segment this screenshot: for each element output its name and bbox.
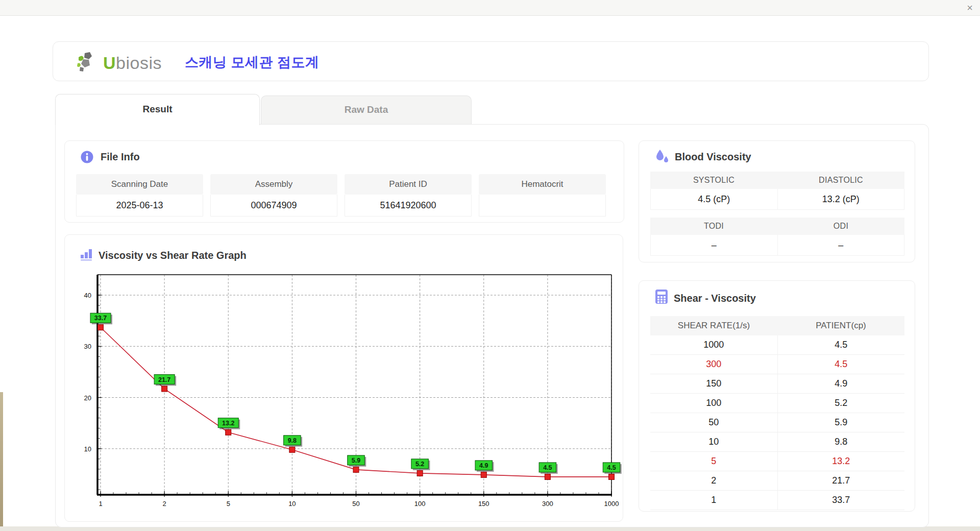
viscosity-chart: 102030401251050100150300100033.721.713.2… — [65, 235, 624, 522]
table-row: 505.9 — [650, 413, 904, 432]
file-info-field-value — [479, 195, 606, 216]
info-icon — [80, 150, 94, 166]
file-info-panel: File Info Scanning Date2025-06-13Assembl… — [64, 140, 624, 223]
droplets-icon — [655, 149, 670, 166]
ubiosis-logo-icon — [76, 50, 99, 76]
blood-viscosity-table-header: SYSTOLICDIASTOLIC — [650, 172, 904, 189]
svg-text:100: 100 — [414, 500, 426, 508]
svg-text:10: 10 — [84, 445, 91, 453]
table-row: 109.8 — [650, 432, 904, 452]
ubiosis-logo: Ubiosis — [76, 50, 162, 76]
svg-text:4.9: 4.9 — [479, 462, 488, 469]
file-info-field: Patient ID51641920600 — [345, 174, 472, 216]
shear-viscosity-title: Shear - Viscosity — [674, 293, 756, 304]
svg-text:5: 5 — [227, 500, 230, 508]
file-info-field-label: Scanning Date — [76, 174, 203, 195]
table-row: 221.7 — [650, 471, 904, 491]
svg-text:150: 150 — [478, 500, 489, 508]
blood-viscosity-table: SYSTOLICDIASTOLIC4.5 (cP)13.2 (cP) — [650, 172, 904, 210]
table-row: 1005.2 — [650, 394, 904, 413]
cell-shear-rate: 10 — [650, 432, 777, 451]
cell-patient-viscosity: 4.9 — [777, 374, 905, 393]
cell-shear-rate: 300 — [650, 355, 777, 374]
cell-shear-rate: 5 — [650, 452, 777, 471]
column-header-patient: PATIENT(cp) — [777, 316, 904, 335]
blood-viscosity-title: Blood Viscosity — [675, 151, 751, 163]
svg-text:2: 2 — [163, 500, 166, 508]
cell-shear-rate: 1000 — [650, 335, 777, 354]
tab-raw-data[interactable]: Raw Data — [261, 95, 472, 124]
svg-text:4.5: 4.5 — [607, 464, 616, 471]
svg-text:1: 1 — [99, 500, 102, 508]
blood-viscosity-table-values: –– — [650, 235, 904, 256]
svg-text:20: 20 — [84, 394, 91, 402]
metric-header: SYSTOLIC — [650, 172, 777, 189]
cell-shear-rate: 2 — [650, 471, 777, 490]
ubiosis-logo-text: Ubiosis — [103, 53, 162, 73]
metric-header: TODI — [650, 218, 777, 235]
desktop-edge-left — [0, 392, 3, 531]
blood-viscosity-table-values: 4.5 (cP)13.2 (cP) — [650, 189, 904, 210]
shear-viscosity-panel: Shear - Viscosity SHEAR RATE(1/s) PATIEN… — [639, 280, 915, 512]
app-window: × Ubiosis 스캐닝 모세관 점도계 Result Raw Data — [0, 0, 980, 531]
file-info-field-value: 000674909 — [210, 195, 337, 216]
close-icon[interactable]: × — [967, 2, 973, 14]
file-info-title: File Info — [101, 151, 140, 163]
cell-shear-rate: 1 — [650, 491, 777, 510]
svg-text:9.8: 9.8 — [288, 437, 297, 444]
svg-text:5.9: 5.9 — [352, 457, 360, 464]
svg-text:21.7: 21.7 — [158, 376, 170, 383]
svg-text:300: 300 — [542, 500, 553, 508]
tab-result[interactable]: Result — [55, 94, 260, 125]
file-info-field-label: Patient ID — [345, 174, 472, 195]
file-info-field-value: 2025-06-13 — [76, 195, 203, 216]
svg-text:40: 40 — [84, 292, 91, 299]
cell-patient-viscosity: 5.9 — [777, 413, 905, 432]
cell-patient-viscosity: 4.5 — [777, 355, 905, 374]
shear-viscosity-table: SHEAR RATE(1/s) PATIENT(cp) 10004.53004.… — [650, 316, 904, 510]
svg-text:33.7: 33.7 — [94, 315, 107, 322]
file-info-fields: Scanning Date2025-06-13Assembly000674909… — [76, 174, 606, 216]
table-row: 10004.5 — [650, 335, 904, 355]
metric-value: 4.5 (cP) — [650, 189, 778, 210]
calculator-icon — [654, 289, 669, 306]
file-info-field-value: 51641920600 — [345, 195, 472, 216]
file-info-field-label: Hematocrit — [479, 174, 606, 195]
svg-text:1000: 1000 — [604, 500, 619, 508]
cell-patient-viscosity: 5.2 — [777, 394, 905, 413]
cell-shear-rate: 50 — [650, 413, 777, 432]
column-header-shear-rate: SHEAR RATE(1/s) — [650, 316, 777, 335]
cell-patient-viscosity: 9.8 — [777, 432, 905, 451]
cell-shear-rate: 100 — [650, 394, 777, 413]
cell-patient-viscosity: 13.2 — [777, 452, 905, 471]
metric-header: DIASTOLIC — [777, 172, 904, 189]
svg-text:4.5: 4.5 — [543, 464, 552, 471]
blood-viscosity-table: TODIODI–– — [650, 218, 904, 256]
svg-text:30: 30 — [84, 343, 91, 350]
table-row: 133.7 — [650, 491, 904, 510]
metric-value: – — [650, 235, 778, 256]
app-title: 스캐닝 모세관 점도계 — [185, 53, 320, 71]
svg-text:13.2: 13.2 — [222, 420, 234, 427]
cell-patient-viscosity: 33.7 — [777, 491, 905, 510]
header-card: Ubiosis 스캐닝 모세관 점도계 — [53, 41, 929, 81]
metric-header: ODI — [777, 218, 904, 235]
window-titlebar: × — [0, 0, 980, 16]
shear-viscosity-table-body: 10004.53004.51504.91005.2505.9109.8513.2… — [650, 335, 904, 510]
svg-text:5.2: 5.2 — [415, 461, 424, 468]
blood-viscosity-table-header: TODIODI — [650, 218, 904, 235]
file-info-field: Scanning Date2025-06-13 — [76, 174, 203, 216]
table-row: 513.2 — [650, 452, 904, 471]
file-info-field: Assembly000674909 — [210, 174, 337, 216]
svg-text:10: 10 — [288, 500, 296, 508]
blood-viscosity-panel: Blood Viscosity SYSTOLICDIASTOLIC4.5 (cP… — [639, 140, 915, 262]
cell-patient-viscosity: 21.7 — [777, 471, 905, 490]
cell-shear-rate: 150 — [650, 374, 777, 393]
file-info-field-label: Assembly — [210, 174, 337, 195]
file-info-field: Hematocrit — [479, 174, 606, 216]
cell-patient-viscosity: 4.5 — [777, 335, 905, 354]
metric-value: – — [778, 235, 905, 256]
table-row: 1504.9 — [650, 374, 904, 394]
svg-text:50: 50 — [352, 500, 359, 508]
metric-value: 13.2 (cP) — [778, 189, 905, 210]
